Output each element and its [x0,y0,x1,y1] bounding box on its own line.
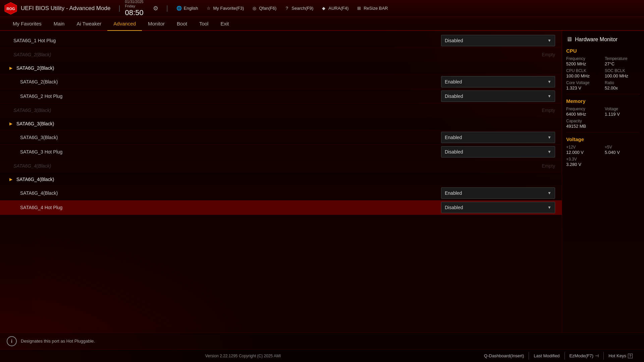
chevron-down-icon: ▼ [547,205,551,210]
nav-tool[interactable]: Tool [193,17,215,31]
sata6g3-empty: Empty [434,108,555,113]
svg-text:ROG: ROG [6,6,15,10]
sata6g4-status-label: SATA6G_4(Black) [7,163,434,169]
ratio-block: Ratio 52.00x [605,80,640,90]
row-sata6g2-group[interactable]: ▶ SATA6G_2(Black) [0,61,562,75]
row-sata6g4-hotplug: SATA6G_4 Hot Plug Disabled ▼ [0,200,562,215]
sata6g3-status-label: SATA6G_3(Black) [7,108,434,113]
info-text: Designates this port as Hot Pluggable. [21,339,95,344]
row-sata6g2-label: SATA6G_2(Black) Enabled ▼ [0,75,562,89]
sata6g4-hotplug-dropdown[interactable]: Disabled ▼ [441,202,555,213]
nav-advanced[interactable]: Advanced [107,17,142,31]
aura-icon: ◆ [321,5,327,11]
nav-main[interactable]: Main [48,17,71,31]
cpu-bclk-value: 100.00 MHz [566,73,601,78]
nav-boot[interactable]: Boot [171,17,193,31]
row-sata6g4-label: SATA6G_4(Black) Enabled ▼ [0,186,562,200]
mem-capacity-label: Capacity [566,119,640,123]
row-sata6g2-hotplug: SATA6G_2 Hot Plug Disabled ▼ [0,89,562,104]
nav-exit[interactable]: Exit [214,17,235,31]
version-text: Version 2.22.1295 Copyright (C) 2025 AMI [205,354,281,358]
voltage-section-title: Voltage [566,136,640,142]
status-bar: Version 2.22.1295 Copyright (C) 2025 AMI… [0,349,644,362]
sata6g3-group-label: ▶ SATA6G_3(Black) [7,121,434,126]
toolbar-qfan[interactable]: ◎ Qfan(F6) [248,4,280,13]
sata6g2-hotplug-label: SATA6G_2 Hot Plug [7,94,434,99]
sata6g3-hotplug-dropdown[interactable]: Disabled ▼ [441,146,555,158]
sata6g2-dropdown[interactable]: Enabled ▼ [441,76,555,87]
mem-voltage-block: Voltage 1.119 V [605,107,640,117]
nav-my-favorites[interactable]: My Favorites [7,17,48,31]
header-title: UEFI BIOS Utility - Advanced Mode [21,5,110,12]
row-sata6g4-status: SATA6G_4(Black) Empty [0,159,562,173]
ratio-label: Ratio [605,80,640,85]
last-modified-button[interactable]: Last Modified [529,352,565,360]
hotkeys-icon: ? [628,354,633,358]
navbar: My Favorites Main Ai Tweaker Advanced Mo… [0,17,644,31]
header-toolbar: 🌐 English ☆ My Favorite(F3) ◎ Qfan(F6) ?… [173,4,640,13]
nav-monitor[interactable]: Monitor [142,17,171,31]
mem-voltage-value: 1.119 V [605,112,640,117]
cpu-bclk-block: CPU BCLK 100.00 MHz [566,68,601,78]
qfan-label: Qfan(F6) [259,6,276,11]
rog-logo: ROG [4,2,17,15]
toolbar-resizebar[interactable]: ⊞ ReSize BAR [353,4,391,13]
soc-bclk-block: SOC BCLK 100.00 MHz [605,68,640,78]
chevron-down-icon: ▼ [547,149,551,154]
row-sata6g4-group[interactable]: ▶ SATA6G_4(Black) [0,173,562,186]
v12-value: 12.000 V [566,150,601,155]
sata6g4-empty: Empty [434,163,555,169]
mem-freq-value: 6400 MHz [566,112,601,117]
cpu-section-title: CPU [566,48,640,54]
cpu-freq-label: Frequency [566,56,601,61]
hot-keys-button[interactable]: Hot Keys ? [604,352,637,360]
sata6g2-label: SATA6G_2(Black) [7,79,434,84]
sata6g4-hotplug-value: Disabled ▼ [434,202,555,213]
sata6g3-hotplug-label: SATA6G_3 Hot Plug [7,149,434,155]
sata6g1-hotplug-dropdown[interactable]: Disabled ▼ [441,35,555,46]
core-voltage-block: Core Voltage 1.323 V [566,80,601,90]
ezmode-button[interactable]: EzMode(F7) ⊣ [565,352,604,360]
sata6g3-dropdown[interactable]: Enabled ▼ [441,132,555,143]
toolbar-search[interactable]: ? Search(F9) [280,4,317,13]
sata6g4-label: SATA6G_4(Black) [7,190,434,196]
soc-bclk-value: 100.00 MHz [605,73,640,78]
globe-icon: 🌐 [176,5,182,11]
sata6g3-hotplug-value: Disabled ▼ [434,146,555,158]
sata6g2-hotplug-dropdown[interactable]: Disabled ▼ [441,90,555,102]
toolbar-myfavorite[interactable]: ☆ My Favorite(F3) [202,4,248,13]
nav-ai-tweaker[interactable]: Ai Tweaker [70,17,107,31]
settings-button[interactable]: ⚙ [150,2,162,14]
info-bar: i Designates this port as Hot Pluggable. [0,333,644,349]
chevron-down-icon: ▼ [547,191,551,195]
sata6g2-empty: Empty [434,52,555,57]
v12-block: +12V 12.000 V [566,145,601,155]
chevron-down-icon: ▼ [547,135,551,140]
toolbar-aura[interactable]: ◆ AURA(F4) [317,4,352,13]
hw-divider-1 [566,94,640,94]
v5-value: 5.040 V [605,150,640,155]
expand-arrow-icon: ▶ [9,121,12,126]
chevron-down-icon: ▼ [547,94,551,99]
mem-freq-block: Frequency 6400 MHz [566,107,601,117]
row-sata6g1-hotplug: SATA6G_1 Hot Plug Disabled ▼ [0,34,562,48]
v33-label: +3.3V [566,157,640,162]
favorite-icon: ☆ [206,5,212,11]
core-voltage-value: 1.323 V [566,85,601,90]
toolbar-english[interactable]: 🌐 English [173,4,202,13]
aura-label: AURA(F4) [328,6,348,11]
info-icon: i [7,336,17,346]
q-dashboard-button[interactable]: Q-Dashboard(Insert) [479,352,529,360]
v5-label: +5V [605,145,640,149]
sata6g4-dropdown[interactable]: Enabled ▼ [441,187,555,199]
sata6g2-status-label: SATA6G_2(Black) [7,52,434,57]
search-icon: ? [284,5,290,11]
ratio-value: 52.00x [605,85,640,90]
cpu-temp-block: Temperature 27°C [605,56,640,66]
cpu-bclk-label: CPU BCLK [566,68,601,73]
english-label: English [184,6,198,11]
row-sata6g3-group[interactable]: ▶ SATA6G_3(Black) [0,117,562,130]
sata6g4-dd-value: Enabled ▼ [434,187,555,199]
row-sata6g2-status: SATA6G_2(Black) Empty [0,48,562,61]
v33-block: +3.3V 3.280 V [566,157,640,167]
